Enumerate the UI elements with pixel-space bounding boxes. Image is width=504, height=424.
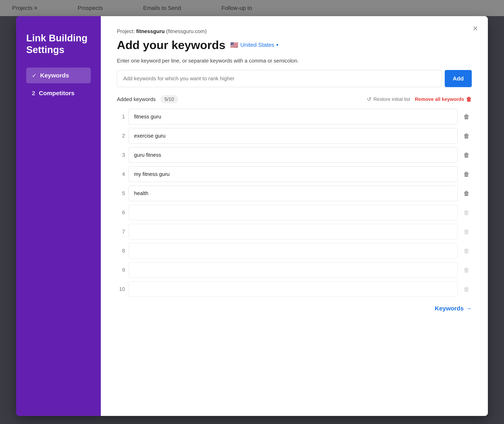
- keyword-row: 3🗑: [117, 147, 472, 163]
- keyword-row-number: 1: [117, 113, 125, 120]
- keyword-row-input[interactable]: [129, 109, 458, 125]
- restore-icon: ↺: [367, 96, 371, 102]
- check-icon: ✓: [32, 72, 37, 79]
- modal-heading-row: Add your keywords 🇺🇸 United States ▾: [117, 38, 472, 52]
- delete-keyword-button[interactable]: 🗑: [461, 246, 472, 256]
- added-keywords-label: Added keywords: [117, 96, 156, 102]
- keyword-row-input[interactable]: [129, 224, 458, 239]
- keyword-row: 1🗑: [117, 109, 472, 125]
- keyword-row-number: 8: [117, 248, 125, 254]
- remove-all-label: Remove all keywords: [415, 96, 464, 102]
- project-label: Project:: [117, 28, 135, 34]
- modal-heading: Add your keywords: [117, 38, 225, 52]
- keyword-row: 5🗑: [117, 186, 472, 201]
- country-name: United States: [240, 42, 274, 48]
- keyword-row: 2🗑: [117, 128, 472, 144]
- modal-footer: Keywords →: [117, 305, 472, 312]
- modal-content: × Project: fitnessguru (fitnessguru.com)…: [101, 16, 488, 416]
- keyword-row: 9🗑: [117, 262, 472, 278]
- restore-button[interactable]: ↺ Restore initial list: [367, 96, 410, 102]
- keyword-text-input[interactable]: [117, 70, 442, 87]
- keyword-row: 8🗑: [117, 243, 472, 259]
- delete-keyword-button[interactable]: 🗑: [461, 169, 472, 180]
- close-button[interactable]: ×: [473, 24, 478, 33]
- delete-keyword-button[interactable]: 🗑: [461, 226, 472, 237]
- footer-link-label: Keywords: [435, 305, 464, 312]
- project-domain: (fitnessguru.com): [166, 28, 207, 34]
- sidebar-item-keywords[interactable]: ✓ Keywords: [26, 68, 91, 83]
- delete-keyword-button[interactable]: 🗑: [461, 150, 472, 160]
- keyword-row-number: 5: [117, 190, 125, 196]
- keyword-input-row: Add: [117, 70, 472, 87]
- next-button[interactable]: Keywords →: [435, 305, 472, 312]
- delete-keyword-button[interactable]: 🗑: [461, 284, 472, 294]
- delete-keyword-button[interactable]: 🗑: [461, 265, 472, 275]
- keyword-row-input[interactable]: [129, 262, 458, 278]
- keyword-row-number: 10: [117, 286, 125, 292]
- remove-all-button[interactable]: Remove all keywords 🗑: [415, 96, 472, 103]
- sidebar-item-label-competitors: Competitors: [39, 90, 75, 97]
- sidebar: Link Building Settings ✓ Keywords 2 Comp…: [16, 16, 101, 416]
- sidebar-title: Link Building Settings: [26, 32, 91, 56]
- keyword-row-input[interactable]: [129, 281, 458, 297]
- keyword-row: 6🗑: [117, 205, 472, 220]
- delete-keyword-button[interactable]: 🗑: [461, 131, 472, 141]
- keyword-row-number: 9: [117, 267, 125, 273]
- keyword-row-input[interactable]: [129, 128, 458, 144]
- chevron-down-icon: ▾: [276, 42, 278, 48]
- sidebar-item-competitors[interactable]: 2 Competitors: [26, 85, 91, 101]
- keyword-row-number: 3: [117, 152, 125, 158]
- sidebar-item-number-competitors: 2: [32, 90, 35, 97]
- project-name: fitnessguru: [136, 28, 165, 34]
- delete-keyword-button[interactable]: 🗑: [461, 207, 472, 218]
- keyword-row-input[interactable]: [129, 147, 458, 163]
- project-subtitle: Project: fitnessguru (fitnessguru.com): [117, 28, 472, 35]
- arrow-right-icon: →: [466, 305, 472, 312]
- keyword-row-input[interactable]: [129, 166, 458, 182]
- restore-label: Restore initial list: [373, 96, 410, 102]
- keyword-row-input[interactable]: [129, 205, 458, 220]
- instructions-text: Enter one keyword per line, or separate …: [117, 58, 472, 64]
- keywords-count-badge: 5/10: [160, 95, 178, 103]
- delete-keyword-button[interactable]: 🗑: [461, 188, 472, 199]
- modal-wrapper: Link Building Settings ✓ Keywords 2 Comp…: [16, 16, 488, 416]
- keyword-row-number: 6: [117, 209, 125, 216]
- keyword-row: 10🗑: [117, 281, 472, 297]
- keyword-row-number: 4: [117, 171, 125, 177]
- keyword-row-input[interactable]: [129, 243, 458, 259]
- sidebar-item-label-keywords: Keywords: [40, 72, 69, 79]
- keyword-row-number: 7: [117, 229, 125, 235]
- keywords-meta-row: Added keywords 5/10 ↺ Restore initial li…: [117, 95, 472, 103]
- trash-red-icon: 🗑: [466, 96, 472, 103]
- delete-keyword-button[interactable]: 🗑: [461, 112, 472, 122]
- keyword-row-number: 2: [117, 133, 125, 139]
- keyword-rows-container: 1🗑2🗑3🗑4🗑5🗑6🗑7🗑8🗑9🗑10🗑: [117, 109, 472, 297]
- keyword-row: 4🗑: [117, 166, 472, 182]
- country-selector[interactable]: 🇺🇸 United States ▾: [230, 41, 278, 49]
- keyword-row-input[interactable]: [129, 186, 458, 201]
- keyword-row: 7🗑: [117, 224, 472, 239]
- add-button[interactable]: Add: [445, 70, 472, 87]
- flag-icon: 🇺🇸: [230, 41, 238, 49]
